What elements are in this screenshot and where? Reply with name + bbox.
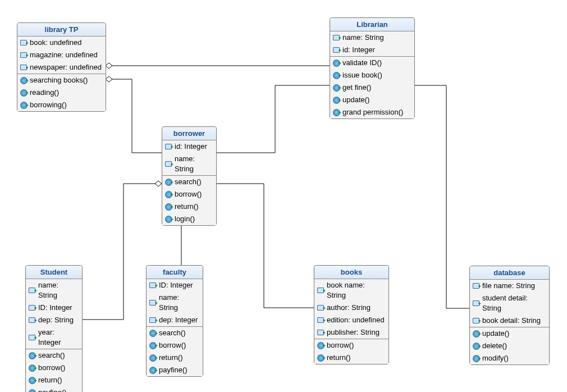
method-icon	[20, 89, 28, 97]
method-row: issue book()	[330, 69, 414, 81]
method-text: delete()	[482, 341, 507, 351]
attr-row: name: String	[147, 291, 203, 314]
class-books: books book name: String author: String e…	[314, 265, 389, 364]
method-row: searching books()	[17, 74, 106, 86]
method-text: borrow()	[159, 340, 186, 350]
method-icon	[332, 71, 340, 79]
class-title: database	[470, 266, 549, 280]
method-row: return()	[147, 352, 203, 364]
method-icon	[472, 354, 480, 362]
method-icon	[28, 376, 36, 384]
method-text: return()	[159, 353, 183, 363]
method-text: return()	[175, 202, 199, 212]
attr-row: book name: String	[314, 279, 388, 302]
attribute-icon	[164, 143, 172, 151]
method-text: login()	[175, 214, 195, 224]
attr-text: book name: String	[327, 280, 385, 300]
attr-text: author: String	[327, 303, 371, 313]
attr-text: magazine: undefined	[30, 50, 98, 60]
attr-text: file name: String	[482, 281, 535, 291]
attr-text: id: Integer	[342, 45, 375, 55]
attr-row: newspaper: undefined	[17, 61, 106, 74]
method-text: get fine()	[342, 83, 371, 93]
method-text: return()	[327, 353, 351, 363]
rel-borrower-books	[216, 184, 314, 308]
method-icon	[28, 389, 36, 392]
method-text: grand permission()	[342, 107, 403, 117]
rel-borrower-librarian	[216, 85, 330, 153]
attr-text: ID: Integer	[159, 280, 193, 290]
attribute-icon	[28, 304, 36, 312]
svg-marker-2	[155, 181, 162, 186]
method-row: return()	[26, 374, 82, 386]
attr-section: book name: String author: String edition…	[314, 279, 388, 339]
attribute-icon	[317, 329, 324, 336]
method-row: borrow()	[314, 339, 388, 352]
method-icon	[164, 190, 172, 198]
method-row: borrow()	[147, 339, 203, 352]
attribute-icon	[472, 317, 480, 325]
method-icon	[164, 178, 172, 186]
method-row: login()	[162, 213, 216, 225]
method-row: payfine()	[147, 364, 203, 376]
attr-text: id: Integer	[175, 142, 207, 152]
method-text: borrowing()	[30, 100, 67, 110]
attr-row: publisher: String	[314, 326, 388, 339]
attribute-icon	[317, 304, 324, 312]
attr-row: name: String	[330, 31, 414, 44]
attr-row: id: Integer	[162, 140, 216, 153]
class-title: faculty	[147, 266, 203, 279]
class-title: Librarian	[330, 18, 414, 31]
class-faculty: faculty ID: Integer name: String dep: In…	[146, 265, 203, 377]
method-row: payfine()	[26, 386, 82, 392]
class-title: Student	[26, 266, 82, 279]
method-text: return()	[38, 375, 62, 385]
method-text: payfine()	[159, 365, 188, 375]
attribute-icon	[149, 281, 157, 289]
attr-text: edition: undefined	[327, 315, 385, 325]
method-row: grand permission()	[330, 106, 414, 118]
svg-marker-1	[106, 76, 112, 82]
method-icon	[317, 341, 324, 349]
attr-row: student detail: String	[470, 292, 549, 314]
method-section: validate ID() issue book() get fine() up…	[330, 56, 414, 118]
attr-row: dep: String	[26, 314, 82, 326]
method-icon	[149, 354, 157, 362]
method-text: borrow()	[327, 340, 354, 350]
attr-row: id: Integer	[330, 44, 414, 56]
attribute-icon	[317, 286, 324, 294]
method-row: modify()	[470, 352, 549, 364]
attribute-icon	[149, 299, 157, 307]
method-icon	[28, 352, 36, 359]
attr-section: ID: Integer name: String dep: Integer	[147, 279, 203, 326]
method-text: borrow()	[38, 363, 65, 373]
method-icon	[28, 364, 36, 372]
attr-text: newspaper: undefined	[30, 62, 102, 72]
attribute-icon	[28, 316, 36, 324]
rel-borrower-librarytp	[106, 76, 162, 153]
class-title: library TP	[17, 23, 106, 37]
method-row: borrow()	[26, 362, 82, 374]
attr-text: book detail: String	[482, 316, 541, 326]
attr-text: name: String	[38, 280, 79, 300]
attr-row: author: String	[314, 302, 388, 314]
method-section: search() borrow() return() payfine()	[26, 349, 82, 392]
method-icon	[164, 203, 172, 211]
method-text: borrow()	[175, 189, 202, 199]
attr-text: dep: String	[38, 315, 74, 325]
class-library-tp: library TP book: undefined magazine: und…	[17, 22, 106, 112]
method-text: validate ID()	[342, 58, 382, 68]
method-section: search() borrow() return() payfine()	[147, 326, 203, 376]
attr-text: book: undefined	[30, 38, 82, 48]
attribute-icon	[317, 316, 324, 324]
method-row: search()	[162, 176, 216, 188]
attr-row: ID: Integer	[26, 302, 82, 314]
method-icon	[332, 84, 340, 92]
method-row: borrow()	[162, 188, 216, 200]
attribute-icon	[332, 46, 340, 54]
attr-row: book detail: String	[470, 314, 549, 327]
attr-text: year: Integer	[38, 327, 79, 348]
method-icon	[20, 101, 28, 109]
attribute-icon	[332, 34, 340, 42]
method-row: search()	[26, 349, 82, 362]
